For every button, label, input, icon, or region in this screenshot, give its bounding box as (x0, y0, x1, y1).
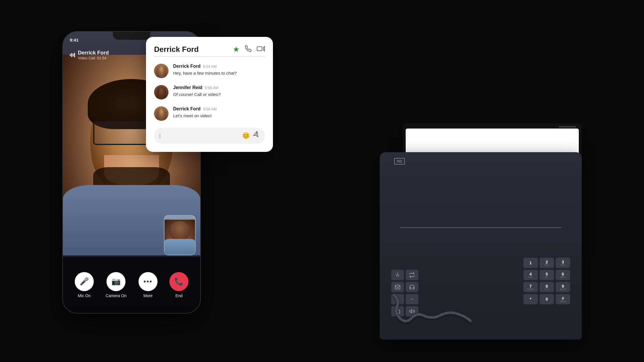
msg-sender-2: Jennifer Reid (173, 85, 202, 90)
self-video-thumbnail (164, 215, 196, 255)
key-5[interactable]: 5JKL (540, 270, 554, 280)
chat-input[interactable] (165, 133, 239, 138)
call-duration: 01:54 (97, 56, 106, 60)
thumb-face (164, 220, 195, 255)
msg-header-2: Jennifer Reid 9:56 AM (173, 85, 221, 90)
msg-content-3: Derrick Ford 9:58 AM Let's meet on video… (173, 106, 217, 119)
key-8[interactable]: 8TUV (540, 282, 554, 292)
msg-time-1: 9:54 AM (203, 64, 217, 69)
key-2[interactable]: 2ABC (540, 258, 554, 268)
chat-header: Derrick Ford ★ (154, 45, 265, 54)
svg-marker-1 (263, 46, 265, 51)
msg-header-3: Derrick Ford 9:58 AM (173, 106, 217, 112)
audio-waves-icon (70, 53, 75, 57)
phone-call-icon[interactable] (245, 45, 252, 54)
svg-rect-5 (395, 285, 400, 289)
phone-controls: 🎤 Mic On 📷 Camera On ••• More (63, 257, 200, 313)
msg-text-3: Let's meet on video! (173, 113, 217, 119)
call-type: Video Call (78, 56, 95, 60)
controls-row: 🎤 Mic On 📷 Camera On ••• More (63, 272, 200, 298)
key-6[interactable]: 6MNO (556, 270, 570, 280)
more-button[interactable]: ••• More (138, 272, 158, 298)
avatar-jennifer (154, 85, 169, 99)
chat-actions: ★ (233, 45, 265, 54)
hd-badge: HD (394, 158, 405, 165)
repeat-btn[interactable] (406, 270, 418, 280)
phone-time: 9:41 (70, 37, 78, 42)
emoji-icon[interactable]: 😊 (242, 132, 250, 139)
phone-cord (388, 292, 475, 328)
key-7[interactable]: 7PQRS (523, 282, 538, 292)
star-icon[interactable]: ★ (233, 45, 239, 54)
headset-btn[interactable] (406, 282, 418, 292)
msg-header-1: Derrick Ford 9:54 AM (173, 64, 237, 69)
scene: 9:41 📶 (62, 22, 582, 340)
msg-text-1: Hey, have a few minutes to chat? (173, 70, 237, 76)
speaker-grill (380, 227, 582, 228)
msg-time-3: 9:58 AM (203, 107, 217, 111)
mail-btn[interactable] (391, 282, 404, 292)
camera-button[interactable]: 📷 Camera On (106, 272, 126, 298)
chat-popup: Derrick Ford ★ (146, 37, 273, 152)
chat-message-3: Derrick Ford 9:58 AM Let's meet on video… (154, 106, 265, 121)
text-cursor: | (159, 133, 161, 139)
end-call-button[interactable]: 📞 End (169, 272, 188, 298)
msg-sender-1: Derrick Ford (173, 64, 201, 69)
end-call-circle[interactable]: 📞 (169, 272, 188, 291)
caller-name: Derrick Ford (78, 50, 109, 56)
chat-messages: Derrick Ford 9:54 AM Hey, have a few min… (154, 64, 265, 121)
camera-label: Camera On (106, 293, 126, 298)
call-type-time: Video Call 01:54 (78, 56, 109, 60)
msg-content-2: Jennifer Reid 9:56 AM Of course! Call or… (173, 85, 221, 97)
msg-time-2: 9:56 AM (205, 86, 218, 90)
msg-content-1: Derrick Ford 9:54 AM Hey, have a few min… (173, 64, 237, 76)
svg-point-4 (397, 273, 398, 274)
msg-sender-3: Derrick Ford (173, 106, 201, 112)
desk-phone-body: HD + − (380, 152, 582, 340)
key-9[interactable]: 9WXYZ (556, 282, 570, 292)
chat-contact-name: Derrick Ford (154, 45, 199, 54)
avatar-derrick-1 (154, 64, 169, 78)
end-label: End (175, 293, 183, 298)
more-circle[interactable]: ••• (138, 272, 158, 291)
avatar-derrick-3 (154, 106, 169, 121)
key-star[interactable]: * (523, 294, 538, 304)
cord-svg (388, 292, 475, 327)
accessibility-btn[interactable] (391, 270, 404, 280)
mic-button[interactable]: 🎤 Mic On (75, 272, 94, 298)
key-hash[interactable]: #SEND (556, 294, 570, 304)
desk-phone: GoTo Connect HD (380, 123, 582, 340)
video-call-icon[interactable] (257, 45, 265, 54)
key-0[interactable]: 0 (540, 294, 554, 304)
desk-phone-keypad: 1 2ABC 3DEF 4GHI 5JKL 6MNO 7PQRS 8TUV 9W… (523, 258, 570, 316)
chat-message-1: Derrick Ford 9:54 AM Hey, have a few min… (154, 64, 265, 78)
key-3[interactable]: 3DEF (556, 258, 570, 268)
msg-text-2: Of course! Call or video? (173, 91, 221, 97)
mic-label: Mic On (78, 293, 91, 298)
chat-divider (154, 56, 265, 57)
svg-rect-0 (257, 47, 262, 51)
more-label: More (143, 293, 153, 298)
chat-message-2: Jennifer Reid 9:56 AM Of course! Call or… (154, 85, 265, 99)
camera-circle[interactable]: 📷 (106, 272, 126, 291)
mic-circle[interactable]: 🎤 (75, 272, 94, 291)
chat-input-area: | 😊 (154, 128, 265, 144)
key-4[interactable]: 4GHI (523, 270, 538, 280)
key-1[interactable]: 1 (523, 258, 538, 268)
call-info: Derrick Ford Video Call 01:54 (70, 50, 109, 60)
send-icon[interactable] (252, 131, 261, 141)
